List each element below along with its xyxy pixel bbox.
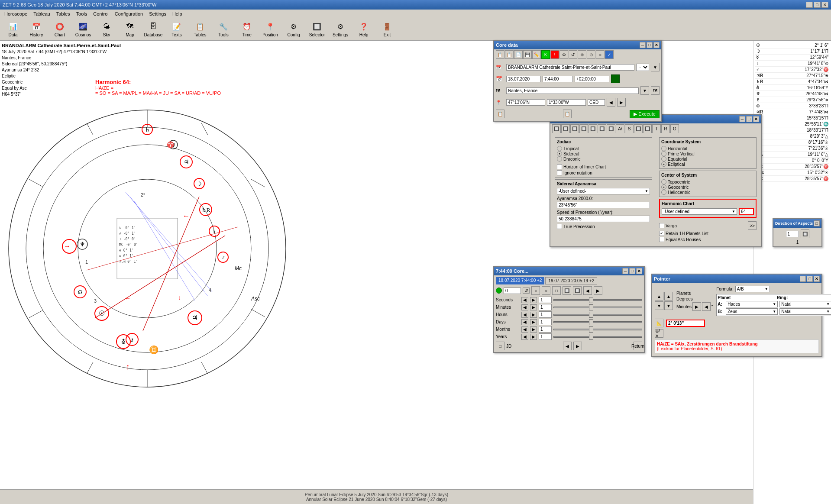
cd-btn10[interactable]: ⊕ (578, 50, 586, 59)
toolbar-tables[interactable]: 📋 Tables (189, 19, 211, 40)
zodiac-draconic-row[interactable]: Draconic (557, 156, 650, 162)
ct-mon-val[interactable] (539, 326, 552, 333)
ct-day-up[interactable]: ▶ (530, 319, 537, 325)
cd-btn8[interactable]: ⚙ (559, 50, 568, 59)
cs-tab10[interactable]: 🔲 (634, 124, 643, 133)
cd-btn4[interactable]: 💾 (523, 50, 532, 59)
ct-hr-down[interactable]: ◀ (521, 312, 528, 318)
ct-day-thumb[interactable] (589, 319, 593, 325)
coord-equatorial-radio[interactable] (661, 156, 666, 162)
toolbar-position[interactable]: 📍 Position (259, 19, 281, 40)
toolbar-exit[interactable]: 🚪 Exit (376, 19, 398, 40)
ct-sec-thumb[interactable] (589, 297, 593, 303)
cs-tab5[interactable]: 🔲 (588, 124, 597, 133)
ptr-result-icon[interactable]: 📐 (655, 319, 663, 327)
ptr-close[interactable]: ✕ (814, 276, 820, 282)
close-button[interactable]: ✕ (821, 2, 828, 8)
ptr-formula-select[interactable]: A/B ▼ (735, 286, 770, 292)
cd-color-square[interactable] (611, 74, 620, 83)
cd-offset-input[interactable] (575, 76, 609, 82)
cs-tab8[interactable]: A/ (616, 124, 624, 133)
coord-horizontal-row[interactable]: Horizontal (661, 146, 754, 151)
ignore-nutation-checkbox[interactable] (557, 170, 562, 175)
ct-mon-up[interactable]: ▶ (530, 326, 537, 333)
toolbar-data[interactable]: 📊 Data (2, 19, 24, 40)
toolbar-selector[interactable]: 🔲 Selector (306, 19, 328, 40)
maximize-button[interactable]: □ (814, 2, 821, 8)
toolbar-help[interactable]: ❓ Help (352, 19, 375, 40)
ct-min-val[interactable] (539, 304, 552, 310)
toolbar-time[interactable]: ⏰ Time (236, 19, 258, 40)
ct-sec-up[interactable]: ▶ (530, 297, 537, 303)
ayanamsa-select[interactable]: -User defined- ▼ (557, 188, 650, 194)
cs-tab9[interactable]: S (625, 124, 634, 133)
center-topo-radio[interactable] (661, 179, 666, 184)
harmonic-number-input[interactable] (739, 208, 754, 215)
cs-maximize[interactable]: □ (746, 116, 752, 122)
varga-checkbox[interactable] (659, 223, 664, 228)
cd-lat-input[interactable] (506, 99, 545, 106)
cd-btn11[interactable]: ⊙ (587, 50, 595, 59)
ptr-a-ring-select[interactable]: Natal ▼ (779, 301, 831, 307)
ct-day-slider[interactable] (553, 321, 642, 323)
equal-asc-checkbox[interactable] (659, 237, 664, 242)
cs-tab4[interactable]: 🔲 (579, 124, 588, 133)
zodiac-tropical-row[interactable]: Tropical (557, 146, 650, 151)
menu-help[interactable]: Help (170, 10, 185, 17)
cd-location-dropdown[interactable]: ▼ (640, 86, 649, 95)
ct-jd-toggle[interactable]: □ (496, 342, 504, 350)
ct-mon-down[interactable]: ◀ (521, 326, 528, 333)
ct-min-slider[interactable] (553, 307, 642, 308)
cd-btn9[interactable]: ↺ (569, 50, 577, 59)
ct-circ1[interactable]: ○ (531, 286, 540, 295)
dir-val1[interactable] (786, 231, 799, 237)
ct-min-thumb[interactable] (589, 304, 593, 310)
cd-ced-input[interactable] (588, 99, 605, 106)
equal-asc-row[interactable]: Equal Asc Houses (659, 237, 757, 242)
ct-mon-slider[interactable] (553, 329, 642, 330)
varga-checkbox-row[interactable]: Varga (659, 223, 677, 228)
return-button[interactable]: Return (634, 342, 642, 350)
coord-ecliptical-row[interactable]: Ecliptical (661, 162, 754, 167)
cd-time-input[interactable] (543, 76, 573, 82)
horizon-checkbox[interactable] (557, 164, 562, 169)
cs-tab14[interactable]: G (670, 124, 679, 133)
coord-horizontal-radio[interactable] (661, 146, 666, 151)
coord-prime-row[interactable]: Prime Vertical (661, 151, 754, 156)
ct-day-down[interactable]: ◀ (521, 319, 528, 325)
menu-tableau[interactable]: Tableau (31, 10, 53, 17)
ct-hr-up[interactable]: ▶ (530, 312, 537, 318)
ptr-result-input[interactable] (666, 320, 705, 327)
cd-btn5[interactable]: ✏️ (532, 50, 541, 59)
ignore-nutation-row[interactable]: Ignore nutation (557, 170, 650, 175)
menu-tables[interactable]: Tables (54, 10, 73, 17)
ct-square2[interactable]: 🔲 (563, 286, 571, 295)
cd-btn13[interactable]: Z (605, 50, 614, 59)
ptr-min-dn[interactable]: ◀ (702, 302, 711, 311)
toolbar-tools[interactable]: 🔧 Tools (212, 19, 235, 40)
ptr-sign-btn[interactable]: ⊕/✕ (655, 329, 663, 338)
menu-configuration[interactable]: Configuration (112, 10, 146, 17)
cs-tab1[interactable]: 🔲 (552, 124, 561, 133)
ct-minimize[interactable]: ─ (622, 268, 628, 274)
ct-sec-down[interactable]: ◀ (521, 297, 528, 303)
center-geo-row[interactable]: Geocentric (661, 184, 754, 190)
ct-min-down[interactable]: ◀ (521, 304, 528, 310)
cd-btn6[interactable]: K (541, 50, 550, 59)
minimize-button[interactable]: ─ (806, 2, 813, 8)
cd-location-map[interactable]: 🗺 (651, 86, 660, 95)
center-geo-radio[interactable] (661, 184, 666, 190)
retain-1h-row[interactable]: ✓ Retain 1H Planets List (659, 231, 757, 236)
cd-btn7[interactable]: ! (550, 50, 559, 59)
cd-coords-btn2[interactable]: ▶ (617, 98, 626, 107)
ptr-maximize[interactable]: □ (807, 276, 813, 282)
zodiac-tropical-radio[interactable] (557, 146, 562, 151)
ct-mon-thumb[interactable] (589, 326, 593, 333)
horizon-row[interactable]: Horizon of Inner Chart (557, 164, 650, 169)
ct-square3[interactable]: 🔲 (573, 286, 582, 295)
true-precession-checkbox[interactable] (557, 224, 562, 229)
cd-btn12[interactable]: ○ (596, 50, 605, 59)
ct-close[interactable]: ✕ (636, 268, 642, 274)
ct-yr-slider[interactable] (553, 336, 642, 338)
ct-sec-slider[interactable] (553, 299, 642, 301)
